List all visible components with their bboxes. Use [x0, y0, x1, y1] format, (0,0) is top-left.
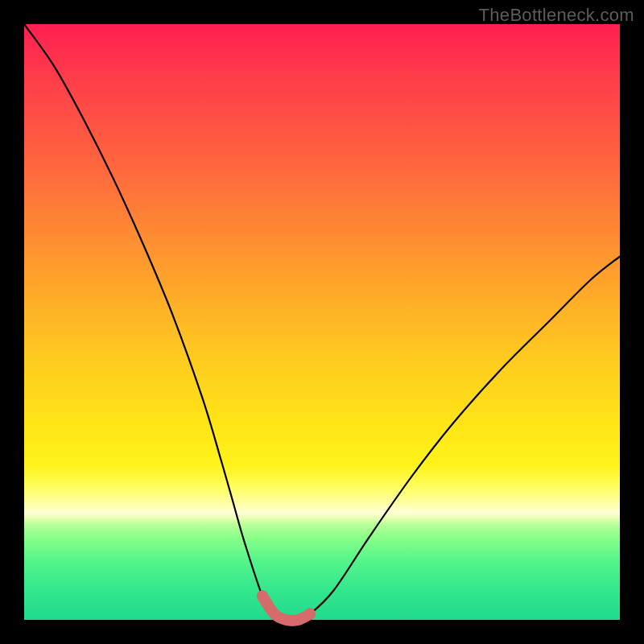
valley-cap-left — [257, 590, 268, 601]
watermark-text: TheBottleneck.com — [479, 5, 634, 26]
plot-area — [24, 24, 620, 620]
valley-highlight — [262, 596, 310, 621]
bottleneck-curve-path — [24, 24, 620, 621]
valley-cap-right — [304, 609, 316, 620]
chart-frame: TheBottleneck.com — [0, 0, 644, 644]
curve-svg — [24, 24, 620, 620]
